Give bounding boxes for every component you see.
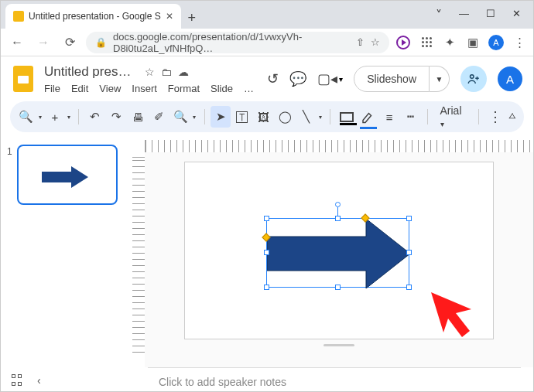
border-color-button[interactable] [358, 106, 378, 128]
browser-tab[interactable]: Untitled presentation - Google S ✕ [5, 4, 181, 29]
border-dash-button[interactable]: ┅ [401, 106, 421, 128]
browser-tab-strip: Untitled presentation - Google S ✕ + ˅ —… [1, 1, 533, 29]
menu-view[interactable]: View [99, 83, 121, 94]
reload-button[interactable]: ⟳ [60, 32, 80, 53]
undo-button[interactable]: ↶ [85, 106, 105, 128]
resize-handle-br[interactable] [406, 285, 412, 290]
redo-button[interactable]: ↷ [107, 106, 127, 128]
speaker-notes-placeholder: Click to add speaker notes [159, 376, 286, 388]
app-header: Untitled prese… ☆ 🗀 ☁ File Edit View Ins… [1, 56, 533, 98]
document-title[interactable]: Untitled prese… [44, 64, 137, 80]
browser-account-avatar[interactable]: A [488, 35, 504, 50]
browser-address-bar: ← → ⟳ 🔒 docs.google.com/presentation/d/1… [1, 29, 533, 56]
menu-slide[interactable]: Slide [211, 83, 233, 94]
fill-color-button[interactable] [337, 106, 357, 128]
slide-canvas[interactable] [184, 162, 494, 339]
close-tab-icon[interactable]: ✕ [166, 11, 173, 22]
new-slide-button[interactable]: + [45, 106, 65, 128]
border-weight-button[interactable]: ≡ [379, 106, 399, 128]
menu-file[interactable]: File [44, 83, 60, 94]
bookmark-icon[interactable]: ☆ [371, 36, 380, 48]
collapse-panel-button[interactable]: ‹ [37, 374, 41, 387]
maximize-icon[interactable]: ☐ [486, 8, 495, 22]
window-menu-icon[interactable]: ˅ [436, 8, 442, 22]
menu-more[interactable]: … [244, 83, 254, 94]
arrow-shape[interactable] [267, 219, 410, 288]
slideshow-button[interactable]: Slideshow [354, 66, 430, 92]
account-avatar[interactable]: A [498, 66, 522, 91]
url-text: docs.google.com/presentation/d/1vwxyVh-D… [113, 31, 350, 54]
selected-shape-arrow[interactable] [266, 218, 409, 288]
toolbar: 🔍 + ↶ ↷ 🖶 ✐ 🔍 ➤ 🅃 🖼 ◯ ╲ ≡ ┅ Arial ▾ ⋮ ㅿ [10, 101, 524, 132]
zoom-button[interactable]: 🔍 [171, 106, 191, 128]
forward-button[interactable]: → [33, 32, 53, 53]
shape-tool[interactable]: ◯ [275, 106, 295, 128]
cloud-status-icon[interactable]: ☁ [178, 66, 189, 78]
new-tab-button[interactable]: + [181, 7, 203, 29]
speaker-notes[interactable]: Click to add speaker notes [148, 367, 521, 392]
slide-thumbnail-1[interactable] [17, 145, 118, 205]
move-folder-icon[interactable]: 🗀 [161, 66, 172, 78]
slides-favicon [13, 11, 24, 22]
extension-box-icon[interactable]: ▣ [465, 35, 481, 50]
lock-icon: 🔒 [95, 37, 107, 48]
svg-marker-4 [267, 219, 410, 288]
svg-marker-3 [42, 166, 88, 188]
svg-point-2 [471, 75, 474, 79]
slide-canvas-wrap [145, 152, 533, 367]
svg-rect-1 [18, 76, 29, 84]
main-area: 1 [1, 135, 533, 367]
notes-resize-handle[interactable] [323, 344, 354, 346]
back-button[interactable]: ← [7, 32, 27, 53]
browser-menu-icon[interactable]: ⋮ [512, 35, 527, 50]
grid-view-button[interactable] [12, 374, 22, 387]
share-button[interactable] [460, 66, 487, 92]
extension-apps-icon[interactable] [419, 35, 434, 50]
url-input[interactable]: 🔒 docs.google.com/presentation/d/1vwxyVh… [86, 32, 389, 53]
resize-handle-tm[interactable] [335, 216, 341, 221]
font-selector[interactable]: Arial ▾ [434, 104, 473, 129]
select-tool[interactable]: ➤ [211, 106, 231, 128]
tab-title: Untitled presentation - Google S [29, 11, 161, 22]
window-controls: ˅ — ☐ ✕ [436, 8, 533, 29]
menu-bar: File Edit View Insert Format Slide … [44, 83, 254, 94]
collapse-toolbar-button[interactable]: ㅿ [507, 110, 518, 124]
menu-insert[interactable]: Insert [132, 83, 157, 94]
svg-marker-5 [431, 292, 471, 337]
history-icon[interactable]: ↺ [267, 70, 279, 87]
star-icon[interactable]: ☆ [145, 66, 155, 78]
print-button[interactable]: 🖶 [128, 106, 148, 128]
textbox-tool[interactable]: 🅃 [232, 106, 252, 128]
minimize-icon[interactable]: — [459, 8, 469, 22]
extension-play-icon[interactable] [395, 35, 411, 50]
image-tool[interactable]: 🖼 [254, 106, 274, 128]
paint-format-button[interactable]: ✐ [149, 106, 169, 128]
more-tools-button[interactable]: ⋮ [485, 106, 505, 128]
menu-format[interactable]: Format [168, 83, 200, 94]
meet-button[interactable]: ▢◂▾ [317, 70, 343, 87]
bottom-bar: ‹ [12, 374, 41, 387]
comments-icon[interactable]: 💬 [289, 70, 306, 87]
resize-handle-mr[interactable] [406, 250, 412, 255]
search-menu-button[interactable]: 🔍 [16, 106, 36, 128]
slides-logo[interactable] [12, 63, 36, 95]
resize-handle-bl[interactable] [264, 285, 269, 290]
slide-thumbnails-panel: 1 [1, 140, 132, 367]
vertical-ruler [132, 148, 145, 356]
rotate-handle[interactable] [335, 202, 341, 207]
resize-handle-bm[interactable] [335, 285, 341, 290]
slideshow-dropdown[interactable]: ▼ [430, 66, 450, 92]
menu-edit[interactable]: Edit [71, 83, 88, 94]
line-tool[interactable]: ╲ [296, 106, 317, 128]
close-window-icon[interactable]: ✕ [512, 8, 521, 22]
horizontal-ruler [145, 140, 533, 152]
resize-handle-tr[interactable] [406, 216, 412, 221]
annotation-cursor-icon [425, 286, 479, 340]
share-url-icon[interactable]: ⇧ [356, 36, 365, 48]
resize-handle-tl[interactable] [264, 216, 269, 221]
resize-handle-ml[interactable] [264, 250, 269, 255]
extensions-puzzle-icon[interactable]: ✦ [442, 35, 457, 50]
thumb-number: 1 [7, 145, 12, 205]
